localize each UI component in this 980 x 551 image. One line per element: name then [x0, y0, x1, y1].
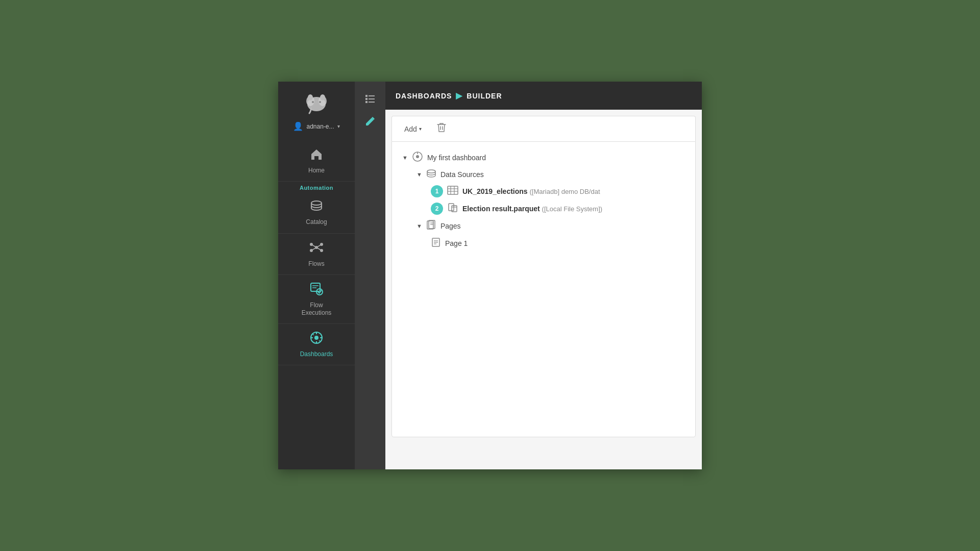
- root-dashboard-icon: [412, 152, 423, 164]
- tree-node-root: ▼ My first dashboard: [402, 150, 685, 165]
- datasources-icon: [426, 169, 436, 180]
- pages-chevron[interactable]: ▼: [416, 223, 422, 229]
- svg-line-27: [312, 334, 314, 335]
- tree-children-root: ▼ Data Sources: [416, 167, 685, 251]
- tree-children-datasources: 1: [431, 184, 685, 216]
- svg-point-4: [320, 94, 325, 101]
- svg-point-7: [311, 201, 322, 205]
- svg-point-3: [308, 94, 313, 101]
- svg-rect-39: [448, 186, 458, 194]
- flows-label: Flows: [308, 260, 324, 267]
- sidebar-item-flows[interactable]: Flows: [278, 234, 355, 275]
- svg-point-38: [427, 170, 435, 173]
- ds2-badge: 2: [431, 203, 443, 215]
- page1-label: Page 1: [445, 239, 468, 247]
- svg-rect-17: [311, 283, 320, 291]
- automation-label: Automation: [278, 182, 355, 192]
- dashboards-icon: [309, 331, 324, 347]
- catalog-icon: [310, 199, 323, 215]
- tree-root: ▼ My first dashboard: [402, 150, 685, 251]
- sidebar-item-catalog[interactable]: Catalog: [278, 192, 355, 233]
- toolbar: Add ▾: [391, 116, 696, 141]
- svg-point-22: [314, 336, 318, 340]
- header-breadcrumb: DASHBOARDS ▶ BUILDER: [396, 91, 502, 101]
- svg-rect-32: [369, 95, 375, 96]
- svg-point-5: [312, 101, 314, 103]
- delete-button[interactable]: [434, 121, 449, 136]
- flow-executions-icon: [309, 282, 324, 298]
- content-area: Add ▾ ▼: [385, 110, 702, 469]
- svg-line-15: [311, 247, 316, 251]
- add-label: Add: [404, 125, 417, 133]
- tree-node-page1: Page 1: [431, 236, 685, 251]
- ds1-label: UK_2019_elections ([Mariadb] demo DB/dat: [462, 187, 600, 195]
- svg-rect-47: [427, 221, 433, 229]
- user-name: adnan-e...: [306, 123, 334, 130]
- add-button[interactable]: Add ▾: [400, 123, 426, 135]
- app-logo: [301, 90, 332, 115]
- sidebar-item-home[interactable]: Home: [278, 141, 355, 182]
- svg-rect-33: [369, 98, 375, 99]
- svg-rect-34: [369, 102, 375, 103]
- ds1-badge: 1: [431, 185, 443, 197]
- flow-executions-label: Flow Executions: [302, 302, 332, 316]
- datasources-label: Data Sources: [440, 170, 484, 179]
- flows-icon: [309, 241, 324, 257]
- tree-children-pages: Page 1: [431, 236, 685, 251]
- svg-line-13: [311, 244, 316, 247]
- svg-line-28: [319, 340, 321, 342]
- ds2-parquet-icon: [447, 203, 458, 215]
- sidebar-nav: Home Automation Catalog: [278, 141, 355, 365]
- icon-strip: [355, 82, 385, 469]
- tree-node-datasources: ▼ Data Sources: [416, 167, 685, 182]
- sidebar-item-flow-executions[interactable]: Flow Executions: [278, 275, 355, 324]
- header: DASHBOARDS ▶ BUILDER: [385, 82, 702, 110]
- home-label: Home: [308, 167, 325, 174]
- root-label: My first dashboard: [427, 154, 486, 162]
- list-view-button[interactable]: [359, 90, 381, 108]
- pages-icon: [426, 220, 436, 232]
- add-chevron-icon: ▾: [419, 126, 422, 132]
- svg-line-14: [316, 244, 322, 247]
- sidebar: 👤 adnan-e... ▾ Home Automation: [278, 82, 355, 469]
- main-content: DASHBOARDS ▶ BUILDER Add ▾: [385, 82, 702, 469]
- tree-node-ds1: 1: [431, 184, 685, 199]
- ds2-label: Election result.parquet ([Local File Sys…: [462, 205, 602, 213]
- svg-rect-29: [365, 95, 368, 97]
- tree-area: ▼ My first dashboard: [391, 141, 696, 437]
- user-menu[interactable]: 👤 adnan-e... ▾: [293, 121, 339, 131]
- breadcrumb-separator: ▶: [456, 91, 462, 101]
- tree-node-pages: ▼ Pages: [416, 218, 685, 234]
- page1-icon: [431, 237, 441, 249]
- home-icon: [310, 148, 323, 164]
- user-dropdown-arrow: ▾: [337, 123, 340, 129]
- svg-line-16: [316, 247, 322, 251]
- edit-view-button[interactable]: [359, 112, 381, 131]
- ds1-table-icon: [447, 185, 458, 197]
- app-container: 👤 adnan-e... ▾ Home Automation: [278, 82, 702, 469]
- sidebar-item-dashboards[interactable]: Dashboards: [278, 324, 355, 365]
- user-icon: 👤: [293, 121, 303, 131]
- breadcrumb-dashboards: DASHBOARDS: [396, 92, 452, 100]
- svg-rect-30: [365, 98, 368, 100]
- pages-label: Pages: [440, 222, 461, 230]
- svg-point-36: [416, 155, 419, 158]
- tree-node-ds2: 2 Election result.parquet: [431, 201, 685, 216]
- breadcrumb-builder: BUILDER: [467, 92, 502, 100]
- svg-point-6: [319, 101, 321, 103]
- dashboards-label: Dashboards: [300, 350, 333, 358]
- svg-rect-31: [365, 101, 368, 103]
- root-chevron[interactable]: ▼: [402, 155, 408, 161]
- datasources-chevron[interactable]: ▼: [416, 171, 422, 178]
- catalog-label: Catalog: [306, 218, 327, 226]
